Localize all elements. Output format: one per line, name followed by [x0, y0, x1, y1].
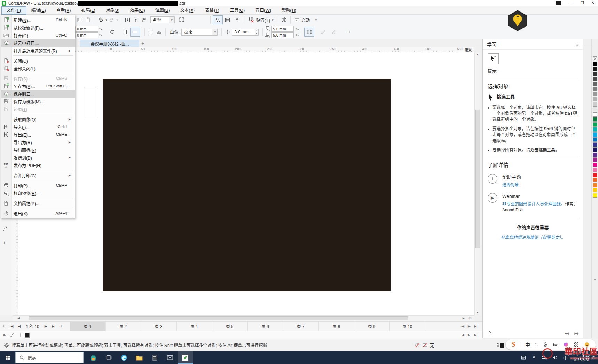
color-swatch[interactable]	[593, 163, 597, 167]
taskbar-app-activeapp[interactable]	[178, 351, 193, 364]
eyedropper-tool[interactable]	[2, 226, 8, 231]
menubar-item-11[interactable]: 窗口(W)	[250, 6, 276, 15]
scroll-up-icon[interactable]: ▲	[475, 52, 481, 57]
add-page-icon-2[interactable]: +	[57, 324, 65, 329]
first-page-icon[interactable]: |◀	[8, 324, 15, 328]
taskbar-app-backpack[interactable]	[86, 351, 101, 364]
color-swatch[interactable]	[593, 132, 597, 137]
notification-count[interactable]: 5	[592, 356, 595, 360]
color-swatch[interactable]	[593, 117, 597, 122]
taskbar-clock[interactable]: 9:25 2025/8/31	[573, 353, 590, 362]
tabs-scroll-end-icon[interactable]: ▶|	[474, 324, 477, 328]
vertical-scrollbar[interactable]: ▲ ▼	[474, 52, 481, 315]
zoom-tool-icon[interactable]: ⊕	[468, 316, 472, 320]
minimize-button[interactable]: —	[567, 0, 577, 6]
show-grid-toggle[interactable]	[223, 15, 232, 24]
color-swatch[interactable]	[593, 142, 597, 147]
duplicate-y-spinner[interactable]: ▾▴	[296, 34, 299, 37]
nudge-distance-field[interactable]: 3.0 mm	[232, 29, 255, 36]
file-menu-item[interactable]: 导出面板(R)	[1, 146, 75, 154]
menubar-item-7[interactable]: 位图(B)	[150, 6, 175, 15]
origin-y-field[interactable]: 0 mm	[75, 32, 98, 38]
file-menu-item[interactable]: 获取图像(Q)▶	[1, 115, 75, 123]
taskbar-app-mailico[interactable]	[162, 351, 178, 364]
launch-button[interactable]: 启动	[301, 17, 310, 23]
origin-y-spinner[interactable]: ▾▴	[99, 34, 102, 37]
file-menu-item[interactable]: 从云中打开....	[1, 39, 75, 47]
add-page-icon[interactable]: +	[0, 324, 8, 329]
origin-x-spinner[interactable]: ▾▴	[99, 28, 102, 30]
copy-icon[interactable]	[75, 16, 84, 24]
nudge-spinner[interactable]: ▴▾	[255, 29, 259, 36]
units-combobox[interactable]: 毫米	[181, 29, 212, 36]
origin-x-field[interactable]: 0 mm	[75, 26, 98, 32]
document-tab[interactable]: 会议手册8-X42 -曲...	[80, 40, 139, 47]
color-swatch[interactable]	[593, 107, 597, 111]
ime-skin-icon[interactable]	[563, 342, 569, 347]
network-icon[interactable]	[539, 355, 550, 361]
menubar-item-6[interactable]: 效果(C)	[125, 6, 150, 15]
file-menu-item[interactable]: PDF发布为 PDF(H)	[1, 161, 75, 169]
scroll-down-icon[interactable]: ▼	[475, 310, 481, 315]
color-swatch[interactable]	[593, 122, 597, 127]
docker-undock-right-icon[interactable]: ↦	[574, 330, 579, 337]
ime-punctuation-icon[interactable]: °,	[535, 342, 538, 347]
page-tab[interactable]: 页 10	[390, 322, 425, 331]
file-menu-item[interactable]: 文档属性(P)...	[1, 199, 75, 207]
file-menu-item[interactable]: 保存为模版(M)...	[1, 98, 75, 105]
fullscreen-preview-icon[interactable]	[178, 16, 186, 24]
show-rulers-toggle[interactable]	[213, 15, 223, 24]
ime-toolbar[interactable]: S 中 °,	[506, 339, 596, 350]
page-tab[interactable]: 页 3	[141, 322, 177, 331]
redo-icon[interactable]	[108, 16, 116, 24]
menubar-item-1[interactable]: 文件(F)	[1, 6, 26, 15]
page-tab[interactable]: 页 9	[354, 322, 390, 331]
small-rectangle-object[interactable]	[84, 87, 95, 117]
export-icon[interactable]	[132, 16, 140, 24]
maximize-button[interactable]: ❐	[577, 0, 588, 6]
launch-icon[interactable]	[293, 16, 301, 24]
file-menu-item[interactable]: 打开最近用过的文件(R)▶	[1, 47, 75, 54]
tabs-scroll-left-icon[interactable]: ◀	[461, 324, 464, 328]
duplicate-y-field[interactable]: 5.0 mm	[271, 32, 294, 38]
next-page-icon[interactable]: ▶	[42, 324, 50, 328]
horizontal-scroll-thumb[interactable]	[29, 316, 408, 320]
color-swatch[interactable]	[593, 82, 597, 86]
white-swatch[interactable]	[20, 333, 24, 337]
snap-to-button[interactable]: 贴齐(T)	[256, 17, 270, 23]
file-menu-item[interactable]: 打印(P)...Ctrl+P	[1, 181, 75, 189]
file-menu-item[interactable]: 保存到云...	[1, 90, 75, 98]
pencil-icon[interactable]	[10, 332, 15, 338]
color-swatch[interactable]	[593, 67, 597, 71]
page-tab[interactable]: 页 6	[248, 322, 283, 331]
docker-collapse-icon[interactable]: »	[576, 42, 579, 47]
color-swatch[interactable]	[593, 62, 597, 66]
ime-mode-indicator[interactable]: 中	[525, 341, 530, 348]
color-swatch[interactable]	[593, 137, 597, 142]
landscape-page-button[interactable]	[130, 28, 140, 37]
start-button[interactable]	[0, 351, 15, 364]
options-gear-icon[interactable]	[280, 16, 288, 24]
black-swatch[interactable]	[25, 333, 29, 337]
page-tab[interactable]: 页 7	[283, 322, 319, 331]
color-swatch[interactable]	[593, 127, 597, 132]
file-menu-item[interactable]: 导出为(R)▶	[1, 138, 75, 146]
page-tab[interactable]: 页 5	[212, 322, 248, 331]
color-swatch[interactable]	[593, 56, 597, 61]
snap-dropdown-icon[interactable]: ▼	[271, 18, 274, 22]
keyboard-icon[interactable]	[553, 342, 559, 347]
file-menu-item[interactable]: 合并打印(G)▶	[1, 171, 75, 179]
scroll-left-icon[interactable]: ◀	[17, 316, 20, 321]
previous-page-icon[interactable]: ◀	[15, 324, 23, 328]
color-swatch[interactable]	[593, 183, 597, 187]
ime-language-indicator[interactable]: 中	[560, 354, 570, 361]
docker-undock-left-icon[interactable]: ↤	[565, 330, 569, 337]
microphone-icon[interactable]	[543, 342, 548, 347]
horizontal-scrollbar[interactable]: ◀ ▶ ⊕	[13, 315, 474, 321]
color-swatch[interactable]	[593, 77, 597, 81]
ime-menu-icon[interactable]	[574, 342, 579, 347]
feedback-link[interactable]: 分享您的想法和建议（仅限英文）。	[488, 235, 578, 241]
undo-dropdown-icon[interactable]: ▼	[105, 18, 108, 22]
current-page-icon[interactable]	[155, 28, 163, 36]
doc-palette-left-icon[interactable]: ◀	[461, 333, 464, 337]
